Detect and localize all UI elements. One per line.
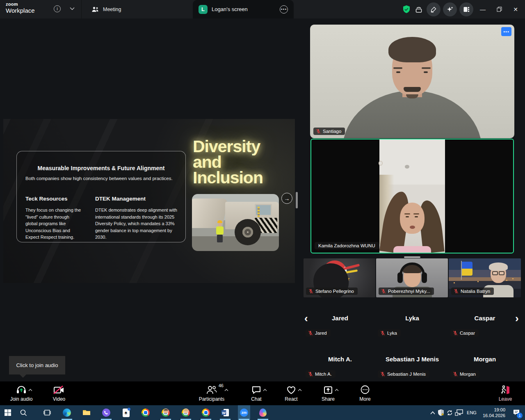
teck-body: They focus on changing the "lived" cultu… <box>25 207 82 241</box>
tab-meeting[interactable]: Meeting <box>82 0 192 18</box>
chevron-up-icon[interactable] <box>28 389 32 391</box>
scrollbar-thumb[interactable] <box>296 192 298 208</box>
share-button[interactable]: Share <box>311 384 345 402</box>
logo-zoom-text: zoom <box>6 2 35 7</box>
leave-label: Leave <box>499 396 512 402</box>
participant-name: Morgan <box>460 372 476 377</box>
taskbar-zoom-active[interactable]: zm <box>238 405 250 420</box>
title-bar: zoom Workplace i Meeting L Logan's scree… <box>0 0 525 18</box>
edge-icon <box>63 409 71 417</box>
taskbar-chrome-1[interactable] <box>139 405 152 420</box>
tab-logans-screen[interactable]: L Logan's screen ••• <box>193 0 294 18</box>
taskbar-word[interactable]: W <box>219 405 231 420</box>
participants-label: Participants <box>199 396 225 402</box>
video-tile-stefano[interactable]: ★ Stefano Pellegrino <box>304 258 375 297</box>
sync-icon[interactable] <box>446 409 453 416</box>
join-audio-button[interactable]: Join audio <box>4 384 39 402</box>
restore-button[interactable] <box>492 0 506 18</box>
participants-button[interactable]: 46 Participants <box>194 384 229 402</box>
video-tile-natalia[interactable]: Natalia Batryn <box>449 258 521 297</box>
share-screen-icon <box>323 386 333 395</box>
tile-center-name: Lyka <box>376 315 448 322</box>
muted-mic-icon <box>453 331 458 336</box>
network-icon[interactable] <box>455 409 463 416</box>
task-view-button[interactable] <box>41 405 53 420</box>
security-shield-icon[interactable] <box>402 5 411 14</box>
companion-device-icon[interactable] <box>413 5 424 14</box>
name-tag-jared: Jared <box>306 329 331 337</box>
panel-drag-handle[interactable] <box>404 256 420 258</box>
video-tile-santiago[interactable]: ••• Santiago <box>310 25 514 138</box>
chevron-up-icon[interactable] <box>224 389 228 391</box>
chevron-up-icon[interactable] <box>298 389 302 391</box>
action-center-button[interactable]: 1 <box>509 405 523 420</box>
taskbar-chrome-profile-2[interactable] <box>180 405 192 420</box>
chevron-up-icon[interactable] <box>263 389 267 391</box>
chrome-icon <box>142 409 150 417</box>
tile-center-name: Caspar <box>449 315 521 322</box>
chevron-up-icon[interactable] <box>335 389 339 391</box>
video-tile-poberezhnyi[interactable]: Poberezhnyi Myky... <box>376 258 448 297</box>
word-icon: W <box>221 409 229 417</box>
file-explorer-icon <box>82 409 91 416</box>
date-text: 16.04.2026 <box>483 413 505 418</box>
react-label: React <box>285 396 297 402</box>
taskbar-viber[interactable] <box>100 405 112 420</box>
svg-text:W: W <box>222 411 226 415</box>
view-layout-button[interactable] <box>459 2 473 16</box>
pen-icon <box>430 6 437 13</box>
taskbar-solitaire[interactable]: ♠ <box>120 405 132 420</box>
taskbar-file-explorer[interactable] <box>80 405 93 420</box>
ai-companion-button[interactable] <box>443 2 457 16</box>
video-button[interactable]: Video <box>42 384 76 402</box>
taskbar-edge[interactable] <box>61 405 73 420</box>
chevron-down-icon[interactable] <box>70 7 75 10</box>
chrome-icon <box>202 409 210 417</box>
join-audio-label: Join audio <box>10 396 33 402</box>
next-slide-button[interactable]: → <box>281 193 292 204</box>
tab-meeting-label: Meeting <box>103 7 121 12</box>
video-off-icon <box>53 386 65 395</box>
leave-door-icon <box>500 385 511 395</box>
task-view-icon <box>43 409 51 416</box>
muted-mic-icon <box>308 372 313 377</box>
tooltip-text: Click to join audio <box>16 362 58 368</box>
search-button[interactable] <box>17 405 30 420</box>
minimize-button[interactable]: — <box>476 0 490 18</box>
participant-name: Natalia Batryn <box>461 289 490 294</box>
taskbar-chrome-2[interactable] <box>200 405 212 420</box>
defender-shield-icon[interactable] <box>437 409 445 416</box>
participant-name: Jared <box>315 331 327 336</box>
muted-mic-icon <box>316 129 321 134</box>
meeting-info-icon[interactable]: i <box>54 5 61 12</box>
video-tile-lyka[interactable]: Lyka Lyka <box>376 310 448 352</box>
close-button[interactable]: ✕ <box>509 0 523 18</box>
chat-button[interactable]: Chat <box>239 384 274 402</box>
name-tag-caspar: Caspar <box>450 329 479 337</box>
clock[interactable]: 19:00 16.04.2026 <box>480 407 508 419</box>
name-tag-mitch: Mitch A. <box>306 370 336 378</box>
people-icon <box>91 7 99 12</box>
profile-avatar <box>163 409 169 414</box>
tab-more-options-icon[interactable]: ••• <box>280 5 288 14</box>
restore-icon <box>497 7 502 12</box>
taskbar-chrome-profile-1[interactable] <box>160 405 172 420</box>
video-tile-caspar[interactable]: Caspar Caspar <box>449 310 521 352</box>
react-button[interactable]: React <box>274 384 308 402</box>
leave-button[interactable]: Leave <box>488 384 523 402</box>
name-tag-natalia: Natalia Batryn <box>451 288 494 295</box>
slide-card-title: Measurable Improvements & Future Alignme… <box>17 165 185 171</box>
tile-more-options-button[interactable]: ••• <box>501 27 511 36</box>
logo-workplace-text: Workplace <box>6 7 35 14</box>
hidden-icons-chevron[interactable] <box>430 411 436 415</box>
name-tag-poberezhnyi: Poberezhnyi Myky... <box>379 288 434 295</box>
more-label: More <box>359 396 370 402</box>
video-tile-kamila-active-speaker[interactable]: Kamila Zadorozhna WUNU <box>310 139 514 253</box>
video-tile-jared[interactable]: Jared Jared <box>304 310 376 352</box>
annotate-button[interactable] <box>427 2 441 16</box>
teck-heading: Teck Resources <box>25 196 82 202</box>
start-button[interactable] <box>2 405 14 420</box>
taskbar-paint3d[interactable] <box>257 405 269 420</box>
more-button[interactable]: More <box>348 384 382 402</box>
language-indicator[interactable]: ENG <box>465 410 479 415</box>
